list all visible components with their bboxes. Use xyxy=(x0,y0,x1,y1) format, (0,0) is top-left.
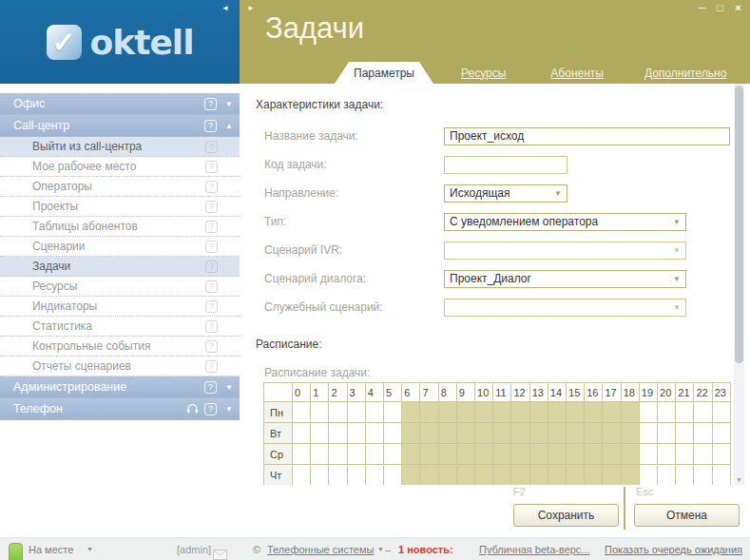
mail-icon[interactable] xyxy=(213,545,227,560)
sidebar-item-subscriber-tables[interactable]: Таблицы абонентов? xyxy=(0,217,240,237)
schedule-cell[interactable] xyxy=(402,402,420,423)
schedule-cell[interactable] xyxy=(658,423,676,444)
schedule-cell[interactable] xyxy=(694,402,712,423)
schedule-cell[interactable] xyxy=(658,402,676,423)
help-icon[interactable]: ? xyxy=(205,360,218,373)
chevron-down-icon[interactable]: ▼ xyxy=(224,405,234,414)
schedule-cell[interactable] xyxy=(293,465,311,486)
help-icon[interactable]: ? xyxy=(204,98,217,110)
schedule-cell[interactable] xyxy=(658,465,676,486)
schedule-cell[interactable] xyxy=(603,465,621,486)
schedule-cell[interactable] xyxy=(658,444,676,465)
scrollbar-thumb[interactable] xyxy=(735,86,743,363)
save-button[interactable]: Сохранить xyxy=(513,504,619,527)
schedule-cell[interactable] xyxy=(621,423,639,444)
help-icon[interactable]: ? xyxy=(204,120,217,132)
schedule-cell[interactable] xyxy=(712,444,730,465)
dropdown-arrow-icon[interactable]: ▼ xyxy=(673,275,681,283)
sidebar-item-exit-call-center[interactable]: Выйти из call-центра? xyxy=(0,137,240,157)
schedule-cell[interactable] xyxy=(420,465,438,486)
sidebar-section-phone[interactable]: Телефон?▼ xyxy=(0,398,240,420)
dialog-scenario-select[interactable]: Проект_Диалог▼ xyxy=(444,270,686,288)
schedule-cell[interactable] xyxy=(293,423,311,444)
schedule-cell[interactable] xyxy=(585,402,603,423)
schedule-cell[interactable] xyxy=(603,423,621,444)
schedule-cell[interactable] xyxy=(585,444,603,465)
schedule-cell[interactable] xyxy=(311,402,329,423)
sidebar-item-my-workplace[interactable]: Мое рабочее место? xyxy=(0,157,240,177)
sidebar-item-indicators[interactable]: Индикаторы? xyxy=(0,297,240,317)
schedule-cell[interactable] xyxy=(511,402,529,423)
schedule-cell[interactable] xyxy=(402,423,420,444)
schedule-cell[interactable] xyxy=(329,444,347,465)
dropdown-arrow-icon[interactable]: ▼ xyxy=(673,303,681,312)
schedule-cell[interactable] xyxy=(438,465,456,486)
schedule-cell[interactable] xyxy=(311,423,329,444)
sidebar-item-operators[interactable]: Операторы? xyxy=(0,177,240,197)
dropdown-arrow-icon[interactable]: ▼ xyxy=(554,189,562,198)
presence-label[interactable]: На месте xyxy=(29,538,73,560)
schedule-cell[interactable] xyxy=(548,465,566,486)
schedule-cell[interactable] xyxy=(511,423,529,444)
schedule-cell[interactable] xyxy=(384,402,402,423)
sidebar-item-control-events[interactable]: Контрольные события? xyxy=(0,337,240,357)
schedule-cell[interactable] xyxy=(475,423,493,444)
schedule-cell[interactable] xyxy=(493,465,511,486)
schedule-cell[interactable] xyxy=(493,423,511,444)
schedule-cell[interactable] xyxy=(529,423,548,444)
cancel-button[interactable]: Отмена xyxy=(634,504,740,527)
schedule-cell[interactable] xyxy=(639,465,657,486)
schedule-cell[interactable] xyxy=(511,465,529,486)
schedule-cell[interactable] xyxy=(329,423,347,444)
presence-dropdown-icon[interactable]: ▼ xyxy=(87,538,93,560)
collapse-sidebar-icon[interactable]: ◄ xyxy=(221,4,229,13)
schedule-cell[interactable] xyxy=(548,444,566,465)
schedule-cell[interactable] xyxy=(365,465,383,486)
schedule-cell[interactable] xyxy=(529,465,548,486)
schedule-cell[interactable] xyxy=(694,465,712,486)
sidebar-section-call-center[interactable]: Call-центр?▲ xyxy=(0,115,240,137)
schedule-cell[interactable] xyxy=(603,402,621,423)
help-icon[interactable]: ? xyxy=(205,201,218,213)
schedule-cell[interactable] xyxy=(311,444,329,465)
sidebar-item-scenarios[interactable]: Сценарии? xyxy=(0,237,240,257)
vendor-link[interactable]: Телефонные системы xyxy=(267,538,374,560)
schedule-cell[interactable] xyxy=(493,402,511,423)
help-icon[interactable]: ? xyxy=(205,181,218,193)
schedule-cell[interactable] xyxy=(694,423,712,444)
schedule-cell[interactable] xyxy=(639,402,657,423)
schedule-cell[interactable] xyxy=(621,402,639,423)
schedule-cell[interactable] xyxy=(529,444,548,465)
schedule-cell[interactable] xyxy=(639,423,657,444)
service-scenario-select[interactable]: ▼ xyxy=(444,299,686,317)
schedule-cell[interactable] xyxy=(347,465,365,486)
chevron-down-icon[interactable]: ▼ xyxy=(224,383,234,392)
schedule-cell[interactable] xyxy=(621,465,639,486)
schedule-cell[interactable] xyxy=(639,444,657,465)
schedule-cell[interactable] xyxy=(329,402,347,423)
schedule-cell[interactable] xyxy=(438,402,456,423)
schedule-cell[interactable] xyxy=(475,465,493,486)
help-icon[interactable]: ? xyxy=(205,141,218,153)
sidebar-item-statistics[interactable]: Статистика? xyxy=(0,317,240,337)
schedule-cell[interactable] xyxy=(567,444,585,465)
help-icon[interactable]: ? xyxy=(204,403,217,415)
sidebar-item-resources[interactable]: Ресурсы? xyxy=(0,277,240,297)
help-icon[interactable]: ? xyxy=(205,241,218,253)
schedule-cell[interactable] xyxy=(694,444,712,465)
vertical-scrollbar[interactable]: ▼ xyxy=(734,84,744,485)
schedule-cell[interactable] xyxy=(712,402,730,423)
schedule-cell[interactable] xyxy=(603,444,621,465)
schedule-cell[interactable] xyxy=(456,423,474,444)
schedule-cell[interactable] xyxy=(585,465,603,486)
schedule-cell[interactable] xyxy=(365,423,383,444)
sidebar-item-scenario-reports[interactable]: Отчеты сценариев? xyxy=(0,357,240,377)
scroll-down-icon[interactable]: ▼ xyxy=(734,476,744,483)
sidebar-section-office[interactable]: Офис?▼ xyxy=(0,93,240,115)
tab-subscribers[interactable]: Абоненты xyxy=(550,67,604,80)
schedule-cell[interactable] xyxy=(511,444,529,465)
schedule-cell[interactable] xyxy=(420,402,438,423)
schedule-cell[interactable] xyxy=(347,444,365,465)
news-link[interactable]: Публичная beta-верс... xyxy=(479,538,590,560)
schedule-cell[interactable] xyxy=(384,423,402,444)
